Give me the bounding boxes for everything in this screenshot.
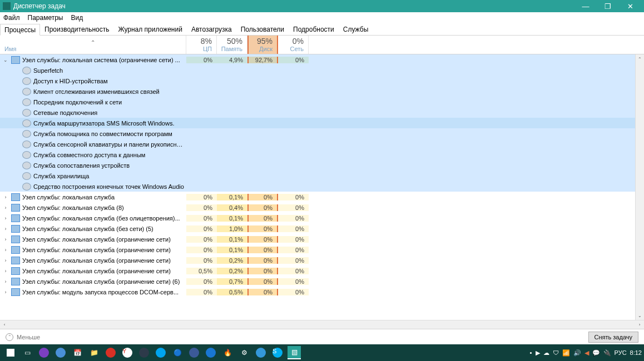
window-title: Диспетчер задач [13,2,574,10]
taskbar-app-15[interactable]: S [271,346,284,359]
process-row[interactable]: ›Узел службы: локальная служба (без сети… [0,223,644,234]
header-memory[interactable]: 50% Память [217,36,247,54]
menu-view[interactable]: Вид [71,14,83,22]
tray-clock[interactable]: 8:12 [630,349,642,356]
tab-services[interactable]: Службы [339,23,373,35]
service-child-row[interactable]: Посредник подключений к сети [0,97,644,107]
vertical-scrollbar[interactable]: ⌃ ⌄ [635,54,644,320]
service-child-row[interactable]: Сетевые подключения [0,107,644,118]
taskbar-app-6[interactable]: Y [121,346,134,359]
scroll-right-icon[interactable]: › [635,320,644,329]
scroll-left-icon[interactable]: ‹ [0,320,9,329]
taskbar-app-7[interactable] [137,346,151,359]
process-row[interactable]: ›Узел службы: локальная служба (8)0%0,4%… [0,202,644,213]
gear-icon [22,119,31,127]
service-host-icon [11,235,20,243]
column-headers: ⌃ Имя 8% ЦП 50% Память 95% Диск 0% Сеть [0,36,644,54]
header-spacer [309,36,644,54]
service-child-row[interactable]: Служба помощника по совместимости програ… [0,128,644,139]
menubar: Файл Параметры Вид [0,12,644,23]
tab-details[interactable]: Подробности [289,23,339,35]
service-child-row[interactable]: Доступ к HID-устройствам [0,76,644,86]
tray-icon[interactable]: 🛡 [553,349,559,356]
taskbar-app-4[interactable]: 📁 [87,346,101,359]
header-cpu[interactable]: 8% ЦП [186,36,217,54]
service-child-row[interactable]: Клиент отслеживания изменившихся связей [0,86,644,97]
gear-icon [22,141,31,148]
service-host-icon [11,214,20,222]
system-tray[interactable]: ▪ ▶ ☁ 🛡 📶 🔊 ◀ 💬 🔌 РУС 8:12 [530,349,642,357]
taskbar-app-12[interactable]: 🔥 [221,346,234,359]
tray-action-center-icon[interactable]: 💬 [592,349,600,357]
gear-icon [22,98,31,106]
taskbar-app-10[interactable] [187,346,201,359]
service-host-icon [11,267,20,275]
tab-performance[interactable]: Производительность [40,23,113,35]
service-child-row[interactable]: Служба сенсорной клавиатуры и панели рук… [0,139,644,149]
tab-users[interactable]: Пользователи [236,23,289,35]
service-child-row[interactable]: Служба совместного доступа к данным [0,149,644,160]
tray-power-icon[interactable]: 🔌 [603,349,611,357]
task-view-icon[interactable]: ▭ [21,346,34,359]
gear-icon [22,183,31,190]
taskbar-app-2[interactable] [54,346,67,359]
tray-icon[interactable]: ◀ [584,349,589,357]
fewer-details-button[interactable]: ⌃ Меньше [6,333,40,341]
process-row[interactable]: ⌄Узел службы: локальная система (огранич… [0,54,644,65]
service-host-icon [11,278,20,285]
service-child-row[interactable]: Superfetch [0,65,644,76]
tabs: Процессы Производительность Журнал прило… [0,23,644,36]
close-button[interactable]: ✕ [619,0,641,12]
header-name[interactable]: ⌃ Имя [0,36,186,54]
header-disk[interactable]: 95% Диск [247,36,278,54]
tray-language[interactable]: РУС [615,349,627,356]
tray-icon[interactable]: ▪ [530,349,532,356]
scroll-up-icon[interactable]: ⌃ [636,54,644,63]
tray-volume-icon[interactable]: 🔊 [573,349,581,357]
gear-icon [22,77,31,85]
process-row[interactable]: ›Узел службы: локальная служба (без олиц… [0,213,644,223]
process-list[interactable]: ⌄Узел службы: локальная система (огранич… [0,54,644,320]
header-network[interactable]: 0% Сеть [278,36,309,54]
minimize-button[interactable]: — [574,0,597,12]
maximize-button[interactable]: ❐ [597,0,619,12]
menu-file[interactable]: Файл [3,14,20,22]
start-button[interactable] [4,346,17,359]
sort-indicator: ⌃ [4,39,181,46]
tab-processes[interactable]: Процессы [0,24,40,36]
tray-icon[interactable]: ☁ [543,349,549,357]
horizontal-scrollbar[interactable]: ‹ › [0,320,644,329]
taskbar-app-8[interactable] [154,346,167,359]
process-row[interactable]: ›Узел службы: локальная служба (ограниче… [0,276,644,287]
process-row[interactable]: ›Узел службы: локальная служба (ограниче… [0,234,644,244]
titlebar[interactable]: Диспетчер задач — ❐ ✕ [0,0,644,12]
process-row[interactable]: ›Узел службы: модуль запуска процессов D… [0,287,644,297]
service-child-row[interactable]: Служба хранилища [0,171,644,181]
taskbar-app-active[interactable]: ▧ [288,346,301,359]
scroll-down-icon[interactable]: ⌄ [636,311,644,320]
end-task-button[interactable]: Снять задачу [588,332,639,343]
tab-startup[interactable]: Автозагрузка [187,23,236,35]
menu-options[interactable]: Параметры [28,14,63,22]
tray-wifi-icon[interactable]: 📶 [562,349,570,357]
process-row[interactable]: ›Узел службы: локальная служба (ограниче… [0,255,644,265]
process-row[interactable]: ›Узел службы: локальная служба (ограниче… [0,265,644,276]
process-row[interactable]: ›Узел службы: локальная служба (ограниче… [0,244,644,255]
taskbar-app-13[interactable]: ⚙ [237,346,251,359]
tray-icon[interactable]: ▶ [536,349,540,357]
tab-app-history[interactable]: Журнал приложений [114,23,187,35]
taskbar-app-14[interactable] [254,346,267,359]
service-child-row[interactable]: Средство построения конечных точек Windo… [0,181,644,192]
taskbar-app-1[interactable] [37,346,51,359]
taskbar[interactable]: ▭ 📅 📁 Y 🔵 🔥 ⚙ S ▧ ▪ ▶ ☁ 🛡 📶 🔊 ◀ 💬 🔌 РУС … [0,344,644,361]
gear-icon [22,130,31,138]
service-child-row[interactable]: Служба сопоставления устройств [0,160,644,171]
taskbar-app-11[interactable] [204,346,217,359]
process-row[interactable]: ›Узел службы: локальная служба0%0,1%0%0% [0,192,644,202]
taskbar-app-9[interactable]: 🔵 [171,346,184,359]
taskbar-app-3[interactable]: 📅 [71,346,84,359]
taskbar-app-5[interactable] [104,346,117,359]
service-child-row[interactable]: Служба маршрутизатора SMS Microsoft Wind… [0,118,644,128]
gear-icon [22,88,31,96]
service-host-icon [11,225,20,233]
